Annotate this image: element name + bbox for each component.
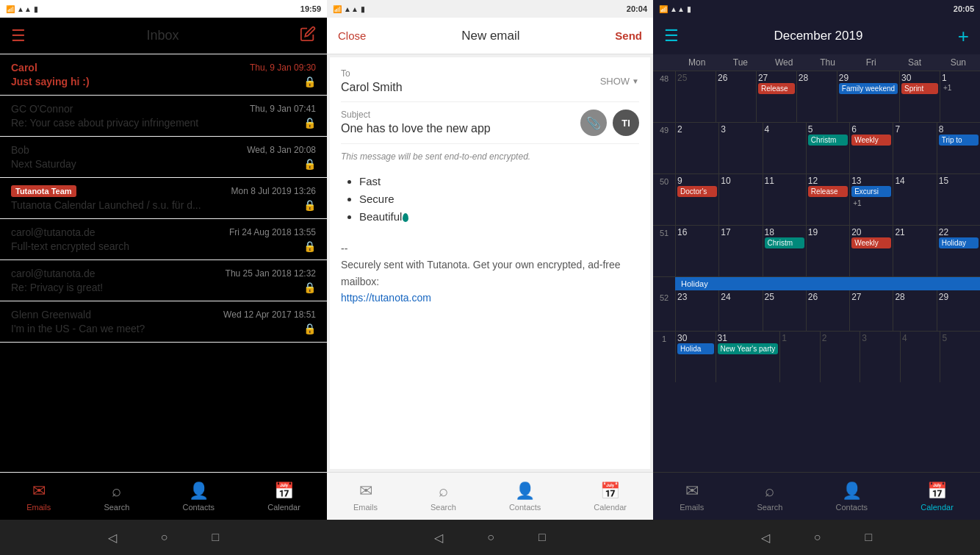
show-button[interactable]: SHOW ▼ <box>600 76 639 87</box>
back-button[interactable]: ◁ <box>108 531 117 545</box>
cal-event-newyears[interactable]: New Year's party <box>718 343 779 354</box>
inbox-header: ☰ Inbox <box>0 18 327 54</box>
cal-day[interactable]: 30 Sprint <box>899 71 940 122</box>
home-button[interactable]: ○ <box>814 531 821 544</box>
avatar-ti[interactable]: TI <box>613 110 639 136</box>
back-button[interactable]: ◁ <box>761 531 770 545</box>
email-item[interactable]: Tutanota Team Mon 8 Jul 2019 13:26 Tutan… <box>0 178 327 219</box>
to-value[interactable]: Carol Smith <box>341 81 403 94</box>
cal-header: ☰ December 2019 + <box>653 18 980 54</box>
cal-day[interactable]: 4 <box>763 123 806 173</box>
cal-event-doctors[interactable]: Doctor's <box>677 186 717 197</box>
email-item[interactable]: Bob Wed, 8 Jan 20:08 Next Saturday 🔒 <box>0 137 327 178</box>
cal-event-holiday[interactable]: Holiday <box>939 237 979 248</box>
cal-day[interactable]: 29 Family weekend <box>837 71 899 122</box>
cal-day[interactable]: 19 <box>806 226 849 276</box>
attach-button[interactable]: 📎 <box>580 110 607 136</box>
cal-event-excursi[interactable]: Excursi <box>851 186 891 197</box>
nav-search[interactable]: ⌕ Search <box>104 481 129 512</box>
nav-contacts[interactable]: 👤 Contacts <box>183 481 215 512</box>
cal-day[interactable]: 6 Weekly <box>849 123 893 173</box>
email-item[interactable]: Glenn Greenwald Wed 12 Apr 2017 18:51 I'… <box>0 301 327 343</box>
cal-day[interactable]: 3 <box>860 332 900 382</box>
back-button[interactable]: ◁ <box>434 531 443 545</box>
recents-button[interactable]: □ <box>212 531 220 544</box>
cal-event-christm[interactable]: Christm <box>808 135 848 146</box>
cal-add-button[interactable]: + <box>958 25 969 48</box>
cal-event-family-weekend[interactable]: Family weekend <box>839 83 898 94</box>
cal-nav-contacts[interactable]: 👤 Contacts <box>836 481 868 512</box>
cal-event-christm2[interactable]: Christm <box>765 237 804 248</box>
cal-day[interactable]: 29 <box>937 290 980 331</box>
recents-button[interactable]: □ <box>865 531 873 544</box>
cal-day[interactable]: 25 <box>763 290 806 331</box>
cal-event-weekly[interactable]: Weekly <box>851 135 891 146</box>
cal-day[interactable]: 30 Holida <box>675 332 716 382</box>
cal-day[interactable]: 11 <box>763 174 806 225</box>
cal-day[interactable]: 9 Doctor's <box>675 174 718 225</box>
nav-search[interactable]: ⌕ Search <box>430 481 456 512</box>
cal-day[interactable]: 26 <box>716 71 756 122</box>
cal-day[interactable]: 7 <box>893 123 936 173</box>
email-item[interactable]: GC O'Connor Thu, 9 Jan 07:41 Re: Your ca… <box>0 96 327 137</box>
cal-day[interactable]: 4 <box>900 332 940 382</box>
cal-day[interactable]: 21 <box>893 226 936 276</box>
nav-calendar[interactable]: 📅 Calendar <box>267 481 300 512</box>
cal-event-weekly2[interactable]: Weekly <box>851 237 891 248</box>
cal-event-holiday-span[interactable]: Holiday <box>675 277 980 290</box>
nav-calendar[interactable]: 📅 Calendar <box>594 481 627 512</box>
compose-content[interactable]: Fast Secure Beautiful <box>341 173 639 226</box>
cal-event-trip[interactable]: Trip to <box>939 135 979 146</box>
cal-event-release2[interactable]: Release <box>808 186 848 197</box>
cal-day[interactable]: 13 Excursi +1 <box>849 174 893 225</box>
email-item[interactable]: carol@tutanota.de Fri 24 Aug 2018 13:55 … <box>0 219 327 260</box>
cal-day[interactable]: 3 <box>718 123 762 173</box>
compose-icon[interactable] <box>300 26 316 46</box>
cal-day[interactable]: 12 Release <box>806 174 849 225</box>
cal-event-holida[interactable]: Holida <box>677 343 714 354</box>
cal-menu-icon[interactable]: ☰ <box>664 26 679 46</box>
cal-nav-emails[interactable]: ✉ Emails <box>680 481 704 512</box>
cal-day[interactable]: 1 +1 <box>940 71 980 122</box>
cal-day[interactable]: 20 Weekly <box>849 226 893 276</box>
home-button[interactable]: ○ <box>487 531 494 544</box>
cal-day[interactable]: 14 <box>893 174 936 225</box>
nav-emails[interactable]: ✉ Emails <box>353 481 378 512</box>
cal-day[interactable]: 5 Christm <box>806 123 849 173</box>
home-button[interactable]: ○ <box>161 531 168 544</box>
cal-day[interactable]: 18 Christm <box>763 226 806 276</box>
cal-nav-calendar[interactable]: 📅 Calendar <box>920 481 954 512</box>
cal-day[interactable]: 31 New Year's party <box>716 332 780 382</box>
inbox-menu-icon[interactable]: ☰ <box>11 26 26 46</box>
send-button[interactable]: Send <box>615 29 642 42</box>
nav-emails[interactable]: ✉ Emails <box>26 481 51 512</box>
cal-day[interactable]: 15 <box>937 174 980 225</box>
email-item[interactable]: Carol Thu, 9 Jan 09:30 Just saying hi :)… <box>0 54 327 96</box>
email-item[interactable]: carol@tutanota.de Thu 25 Jan 2018 12:32 … <box>0 260 327 301</box>
cal-day[interactable]: 25 <box>675 71 716 122</box>
cal-day[interactable]: 17 <box>718 226 762 276</box>
cal-event-release[interactable]: Release <box>758 83 795 94</box>
day-num: 6 <box>851 124 891 135</box>
cal-day[interactable]: 23 <box>675 290 718 331</box>
cal-day[interactable]: 10 <box>718 174 762 225</box>
cal-day[interactable]: 16 <box>675 226 718 276</box>
cal-day[interactable]: 1 <box>779 332 820 382</box>
cal-day[interactable]: 28 <box>893 290 936 331</box>
cal-day[interactable]: 2 <box>675 123 718 173</box>
close-button[interactable]: Close <box>338 29 366 42</box>
cal-nav-search[interactable]: ⌕ Search <box>757 481 782 512</box>
cal-day[interactable]: 27 Release <box>756 71 796 122</box>
cal-day[interactable]: 24 <box>718 290 762 331</box>
nav-contacts[interactable]: 👤 Contacts <box>509 481 541 512</box>
cal-day[interactable]: 8 Trip to <box>937 123 980 173</box>
cal-day[interactable]: 28 <box>796 71 837 122</box>
recents-button[interactable]: □ <box>538 531 546 544</box>
cal-day[interactable]: 26 <box>806 290 849 331</box>
cal-day[interactable]: 5 <box>940 332 980 382</box>
subject-value[interactable]: One has to love the new app <box>341 122 573 135</box>
cal-event-sprint[interactable]: Sprint <box>901 83 938 94</box>
cal-day[interactable]: 27 <box>849 290 893 331</box>
cal-day[interactable]: 2 <box>820 332 860 382</box>
cal-day[interactable]: 22 Holiday <box>937 226 980 276</box>
